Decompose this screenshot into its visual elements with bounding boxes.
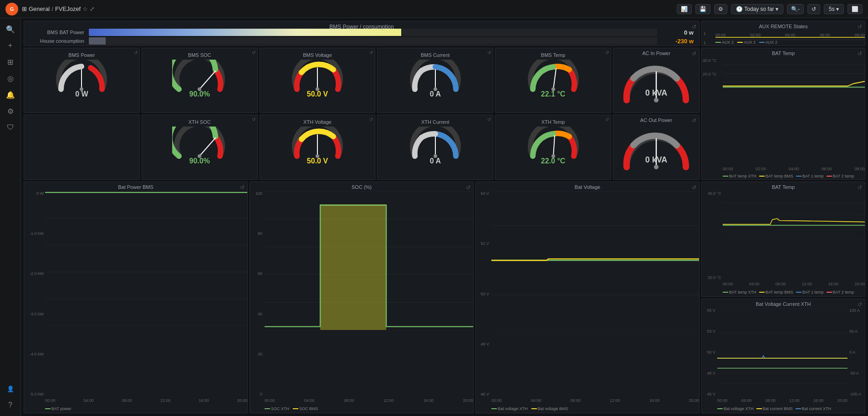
xth-temp-arc <box>526 127 581 161</box>
bat-voltage-legend: Bat voltage XTH Bat voltage BMS <box>491 406 568 411</box>
tv-mode-button[interactable]: ⬜ <box>848 4 863 14</box>
nav-actions: 📊 💾 ⚙ 🕐 Today so far ▾ 🔍- ↺ 5s ▾ ⬜ <box>677 4 863 14</box>
bms-power-refresh[interactable]: ↺ <box>692 24 696 30</box>
bat-power-bms-y: 0 W-1.0 kW-2.0 kW-3.0 kW-4.0 kW-5.0 kW <box>25 191 45 396</box>
xth-spacer <box>24 115 140 180</box>
save-icon: 💾 <box>700 6 706 12</box>
bat-temp-bottom-chart <box>723 191 865 238</box>
bat-temp-top-x: 00:0002:0004:0006:0008:00 <box>723 167 865 171</box>
xth-temp-value: 22.0 °C <box>541 157 566 165</box>
svg-text:0 kVA: 0 kVA <box>645 155 668 164</box>
main-content: BMS Power / consumption ↺ BMS BAT Power … <box>21 18 868 416</box>
refresh-button[interactable]: ↺ <box>807 4 820 14</box>
aux-remote-refresh[interactable]: ↺ <box>858 24 862 30</box>
ac-out-refresh[interactable]: ↺ <box>692 117 696 124</box>
chart-add-icon: 📊 <box>681 6 688 12</box>
bat-temp-top-panel: BAT Temp ↺ 40.0 °C 20.0 °C 00:0002:0004:… <box>701 48 865 180</box>
breadcrumb: ⊞ General / FVEJozef ☆ ⤢ <box>22 5 95 12</box>
bat-temp-top-y1: 40.0 °C <box>703 58 716 63</box>
aux-x-axis: 00:0002:0004:0006:0008:00 <box>715 33 865 37</box>
xth-voltage-arc <box>290 127 345 161</box>
ac-out-title: AC Out Power <box>638 115 674 123</box>
xth-voltage-title: XTH Voltage <box>301 117 333 125</box>
bat-vc-legend: Bat voltage XTH Bat current BMS Bat curr… <box>717 406 831 411</box>
xth-soc-title: XTH SOC <box>187 117 213 125</box>
ac-in-refresh[interactable]: ↺ <box>692 51 696 57</box>
bms-current-value: 0 A <box>430 90 441 98</box>
bms-voltage-value: 50.0 V <box>307 90 328 98</box>
soc-title: SOC (%) <box>250 182 473 190</box>
xth-soc-refresh[interactable]: ↺ <box>252 117 255 122</box>
xth-temp-gauge: XTH Temp ↺ 22.0 °C <box>495 115 611 180</box>
bat-voltage-y: 54 V52 V50 V48 V46 V <box>477 191 490 396</box>
bms-bat-label: BMS BAT Power <box>30 30 84 35</box>
xth-current-arc <box>408 127 463 161</box>
xth-current-gauge: XTH Current ↺ 0 A <box>377 115 493 180</box>
soc-refresh[interactable]: ↺ <box>466 184 470 191</box>
aux-y1: 1 <box>704 31 706 36</box>
bms-temp-title: BMS Temp <box>539 50 567 58</box>
sidebar-item-add[interactable]: + <box>3 38 18 53</box>
bms-soc-gauge: BMS SOC ↺ 90.0% <box>142 48 258 113</box>
bat-voltage-chart <box>491 191 699 330</box>
svg-point-27 <box>654 165 659 169</box>
sidebar: 🔍 + ⊞ ◎ 🔔 ⚙ 🛡 👤 ? <box>0 18 21 416</box>
save-button[interactable]: 💾 <box>695 4 710 14</box>
bms-voltage-refresh[interactable]: ↺ <box>369 50 373 55</box>
sidebar-item-alerts[interactable]: 🔔 <box>3 87 18 102</box>
bat-voltage-current-title: Bat Voltage Current XTH <box>702 299 865 307</box>
sidebar-item-explore[interactable]: ◎ <box>3 71 18 86</box>
sidebar-item-search[interactable]: 🔍 <box>3 22 18 36</box>
bat-power-bms-refresh[interactable]: ↺ <box>240 184 245 191</box>
bat-temp-top-chart <box>723 56 865 91</box>
ac-in-arc: 0 kVA <box>620 59 693 109</box>
bms-temp-refresh[interactable]: ↺ <box>605 50 609 55</box>
gauges-grid: BMS Power ↺ 0 W BMS SOC ↺ <box>24 48 611 180</box>
soc-panel: SOC (%) ↺ 100806040200 00:0004:0008 <box>250 182 474 413</box>
bms-current-refresh[interactable]: ↺ <box>487 50 491 55</box>
xth-temp-refresh[interactable]: ↺ <box>605 117 609 122</box>
bat-temp-top-title: BAT Temp <box>702 48 865 56</box>
bat-power-bms-legend: BAT power <box>45 406 71 411</box>
ac-out-arc: 0 kVA <box>620 126 693 176</box>
bms-temp-arc <box>526 60 581 94</box>
bat-temp-top-refresh[interactable]: ↺ <box>858 51 862 57</box>
soc-y: 100806040200 <box>251 191 264 396</box>
bat-voltage-current-refresh[interactable]: ↺ <box>858 301 862 308</box>
sidebar-item-shield[interactable]: 🛡 <box>3 120 18 135</box>
star-icon[interactable]: ☆ <box>82 5 88 12</box>
top-nav: G ⊞ General / FVEJozef ☆ ⤢ 📊 💾 ⚙ 🕐 Today… <box>0 0 868 18</box>
bat-power-bms-chart <box>45 191 247 326</box>
add-panel-button[interactable]: 📊 <box>677 4 692 14</box>
sidebar-item-help[interactable]: ? <box>3 398 18 412</box>
bms-soc-refresh[interactable]: ↺ <box>252 50 255 55</box>
bat-vc-chart <box>717 308 848 408</box>
bat-power-bms-panel: Bat Power BMS ↺ 0 W-1.0 kW-2.0 kW-3.0 kW… <box>24 182 248 413</box>
sidebar-item-settings[interactable]: ⚙ <box>3 104 18 118</box>
bottom-charts: Bat Power BMS ↺ 0 W-1.0 kW-2.0 kW-3.0 kW… <box>24 182 700 413</box>
share-icon[interactable]: ⤢ <box>90 5 95 12</box>
sidebar-item-dashboards[interactable]: ⊞ <box>3 55 18 69</box>
bat-power-bms-title: Bat Power BMS <box>24 182 247 190</box>
bms-power-value: 0 W <box>75 90 88 98</box>
svg-text:G: G <box>10 6 14 12</box>
bat-voltage-refresh[interactable]: ↺ <box>692 184 696 191</box>
svg-marker-44 <box>320 205 386 330</box>
bms-current-gauge: BMS Current ↺ 0 A <box>377 48 493 113</box>
xth-voltage-gauge: XTH Voltage ↺ 50.0 V <box>260 115 376 180</box>
bms-power-gauge-refresh[interactable]: ↺ <box>134 50 138 55</box>
refresh-interval[interactable]: 5s ▾ <box>824 4 844 14</box>
bms-soc-title: BMS SOC <box>186 50 213 58</box>
aux-remote-panel: AUX REMOTE States ↺ 1 1 0 00:0002:0004:0… <box>701 21 865 46</box>
settings-button[interactable]: ⚙ <box>714 4 727 14</box>
time-range-picker[interactable]: 🕐 Today so far ▾ <box>731 4 783 14</box>
bms-power-gauge-title: BMS Power <box>66 50 97 58</box>
bms-power-arc <box>54 60 109 94</box>
bat-temp-bottom-refresh[interactable]: ↺ <box>858 184 862 191</box>
svg-line-7 <box>199 71 215 89</box>
zoom-out-button[interactable]: 🔍- <box>787 4 804 14</box>
xth-current-refresh[interactable]: ↺ <box>487 117 491 122</box>
house-value: -230 w <box>662 38 694 45</box>
xth-voltage-refresh[interactable]: ↺ <box>369 117 373 122</box>
sidebar-item-user[interactable]: 👤 <box>3 381 18 396</box>
